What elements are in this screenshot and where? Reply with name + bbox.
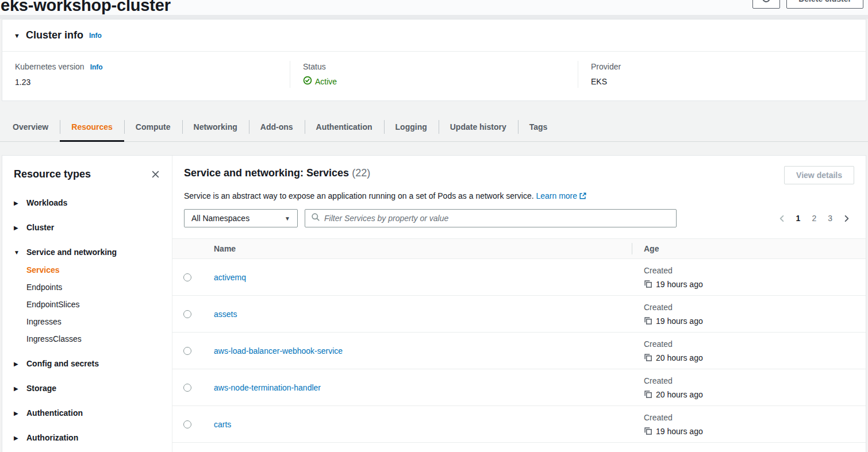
namespace-select-value: All Namespaces bbox=[191, 214, 249, 223]
created-label: Created bbox=[644, 302, 866, 313]
sidebar-group-label: Storage bbox=[26, 383, 56, 394]
created-label: Created bbox=[644, 265, 866, 276]
tab-tags[interactable]: Tags bbox=[518, 113, 559, 141]
age-value: 20 hours ago bbox=[644, 389, 866, 400]
sidebar-group-toggle-authorization[interactable]: ▶Authorization bbox=[14, 432, 160, 443]
triangle-right-icon: ▶ bbox=[14, 200, 20, 206]
provider-label: Provider bbox=[591, 61, 621, 72]
tab-update-history[interactable]: Update history bbox=[439, 113, 518, 141]
service-link-aws-node-termination-handler[interactable]: aws-node-termination-handler bbox=[214, 383, 321, 392]
row-age-cell: Created19 hours ago bbox=[644, 412, 866, 437]
collapse-triangle-icon[interactable]: ▼ bbox=[14, 32, 20, 39]
sidebar-group-cluster: ▶Cluster bbox=[14, 222, 160, 233]
services-table-body: activemqCreated19 hours agoassetsCreated… bbox=[172, 259, 866, 452]
row-age-cell: Created20 hours ago bbox=[644, 338, 866, 364]
learn-more-link[interactable]: Learn more bbox=[536, 191, 587, 200]
service-link-activemq[interactable]: activemq bbox=[214, 273, 246, 282]
sidebar-group-authentication: ▶Authentication bbox=[14, 407, 160, 419]
sidebar-item-ingresses[interactable]: Ingresses bbox=[26, 316, 160, 327]
row-radio-cell bbox=[172, 310, 202, 318]
triangle-right-icon: ▶ bbox=[14, 361, 20, 367]
sidebar-group-toggle-storage[interactable]: ▶Storage bbox=[14, 383, 160, 394]
search-input[interactable] bbox=[324, 214, 670, 223]
tab-networking[interactable]: Networking bbox=[182, 113, 249, 141]
sidebar-group-toggle-service-and-networking[interactable]: ▼Service and networking bbox=[14, 246, 160, 258]
chevron-down-icon: ▼ bbox=[285, 215, 290, 222]
tab-add-ons[interactable]: Add-ons bbox=[249, 113, 305, 141]
sidebar-group-toggle-cluster[interactable]: ▶Cluster bbox=[14, 222, 160, 233]
tab-authentication[interactable]: Authentication bbox=[305, 113, 384, 141]
row-radio[interactable] bbox=[183, 310, 191, 318]
page-3[interactable]: 3 bbox=[824, 213, 836, 224]
sidebar-group-label: Config and secrets bbox=[26, 358, 99, 369]
tab-overview[interactable]: Overview bbox=[1, 113, 60, 141]
created-label: Created bbox=[644, 375, 866, 387]
cluster-info-title: Cluster info bbox=[26, 29, 83, 41]
kubernetes-version-value: 1.23 bbox=[15, 76, 277, 88]
status-value: Active bbox=[315, 77, 337, 86]
refresh-button[interactable] bbox=[752, 0, 780, 9]
tab-compute[interactable]: Compute bbox=[124, 113, 182, 141]
cluster-info-header[interactable]: ▼ Cluster info Info bbox=[2, 20, 866, 52]
table-row: Created bbox=[172, 443, 866, 452]
age-text: 20 hours ago bbox=[656, 352, 703, 364]
sidebar-group-toggle-authentication[interactable]: ▶Authentication bbox=[14, 407, 160, 419]
column-header-age: Age bbox=[644, 244, 866, 253]
page-2[interactable]: 2 bbox=[808, 213, 820, 224]
resource-types-sidebar: Resource types ▶Workloads▶Cluster▼Servic… bbox=[2, 156, 172, 452]
sidebar-item-ingressclasses[interactable]: IngressClasses bbox=[26, 333, 160, 345]
close-icon[interactable] bbox=[151, 169, 160, 179]
row-name-cell: carts bbox=[202, 419, 644, 430]
view-details-button[interactable]: View details bbox=[784, 166, 854, 184]
sidebar-group-config-and-secrets: ▶Config and secrets bbox=[14, 358, 160, 369]
sidebar-group-toggle-config-and-secrets[interactable]: ▶Config and secrets bbox=[14, 358, 160, 369]
triangle-right-icon: ▶ bbox=[14, 225, 20, 231]
services-header-row: Service and networking: Services (22) Vi… bbox=[184, 166, 854, 184]
row-age-cell: Created20 hours ago bbox=[644, 375, 866, 400]
filter-row: All Namespaces ▼ 123 bbox=[184, 209, 854, 227]
cluster-info-body: Kubernetes version Info 1.23 Status bbox=[2, 52, 866, 101]
copy-icon bbox=[644, 353, 652, 362]
row-radio[interactable] bbox=[183, 420, 191, 428]
namespace-select[interactable]: All Namespaces ▼ bbox=[184, 209, 298, 227]
search-icon bbox=[311, 213, 320, 224]
triangle-right-icon: ▶ bbox=[14, 435, 20, 441]
sidebar-item-endpoints[interactable]: Endpoints bbox=[26, 281, 160, 293]
triangle-right-icon: ▶ bbox=[14, 410, 20, 416]
resource-type-list: ▶Workloads▶Cluster▼Service and networkin… bbox=[14, 197, 160, 443]
table-row: activemqCreated19 hours ago bbox=[172, 259, 866, 296]
sidebar-item-endpointslices[interactable]: EndpointSlices bbox=[26, 299, 160, 310]
delete-cluster-button[interactable]: Delete cluster bbox=[786, 0, 863, 9]
next-page-icon[interactable] bbox=[840, 213, 853, 224]
age-value: 19 hours ago bbox=[644, 426, 866, 437]
service-link-carts[interactable]: carts bbox=[214, 420, 231, 429]
cluster-info-info-link[interactable]: Info bbox=[89, 32, 102, 40]
header-actions: Delete cluster bbox=[752, 0, 863, 9]
kubernetes-version-info-link[interactable]: Info bbox=[90, 61, 103, 73]
age-text: 19 hours ago bbox=[656, 279, 703, 290]
sidebar-item-services[interactable]: Services bbox=[26, 264, 160, 276]
page-1[interactable]: 1 bbox=[792, 213, 805, 224]
row-name-cell: activemq bbox=[202, 272, 644, 283]
sidebar-group-label: Authentication bbox=[26, 407, 83, 419]
copy-icon bbox=[644, 316, 652, 325]
row-age-cell: Created19 hours ago bbox=[644, 302, 866, 327]
service-link-assets[interactable]: assets bbox=[214, 310, 237, 319]
provider-value: EKS bbox=[591, 76, 853, 87]
copy-icon bbox=[644, 390, 652, 399]
tab-resources[interactable]: Resources bbox=[60, 113, 124, 141]
search-box[interactable] bbox=[305, 209, 677, 227]
row-radio[interactable] bbox=[183, 347, 191, 355]
tab-logging[interactable]: Logging bbox=[384, 113, 439, 141]
service-link-aws-load-balancer-webhook-service[interactable]: aws-load-balancer-webhook-service bbox=[214, 346, 343, 356]
services-heading: Service and networking: Services (22) bbox=[184, 166, 370, 180]
row-radio[interactable] bbox=[183, 384, 191, 392]
row-radio[interactable] bbox=[183, 273, 191, 281]
services-main-panel: Service and networking: Services (22) Vi… bbox=[172, 156, 866, 452]
kubernetes-version-label: Kubernetes version bbox=[15, 61, 85, 72]
status-active-icon bbox=[303, 76, 312, 87]
created-label: Created bbox=[644, 338, 866, 350]
copy-icon bbox=[644, 280, 652, 288]
sidebar-group-toggle-workloads[interactable]: ▶Workloads bbox=[14, 197, 160, 208]
table-row: cartsCreated19 hours ago bbox=[172, 406, 866, 443]
